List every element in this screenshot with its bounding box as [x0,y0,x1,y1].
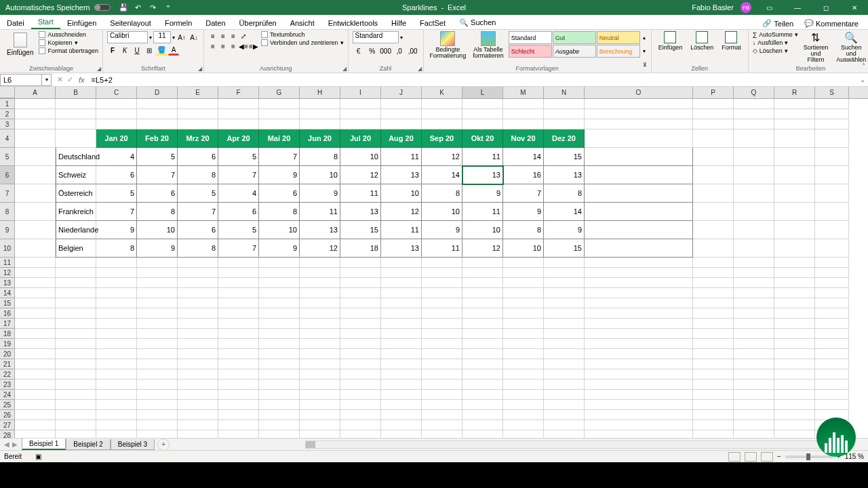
cell-J19[interactable] [381,339,422,349]
cell-L8[interactable]: 11 [462,203,503,221]
cell-J16[interactable] [381,308,422,319]
cell-N11[interactable] [544,258,585,268]
cell-D22[interactable] [137,369,178,380]
name-box[interactable]: L6 [0,74,42,86]
cell-L19[interactable] [462,339,503,349]
cell-S2[interactable] [815,109,849,119]
cell-L17[interactable] [462,319,503,329]
cell-J8[interactable]: 12 [381,203,422,221]
cell-S24[interactable] [815,390,849,400]
cell-J26[interactable] [381,410,422,420]
column-header-O[interactable]: O [585,87,693,98]
cell-L13[interactable] [462,278,503,288]
cell-D15[interactable] [137,298,178,308]
cell-E8[interactable]: 7 [178,203,218,221]
cell-I6[interactable]: 12 [340,166,381,184]
cell-L20[interactable] [462,349,503,359]
cell-G17[interactable] [259,319,300,329]
cell-P24[interactable] [693,390,734,400]
cell-R9[interactable] [774,221,815,239]
cell-N15[interactable] [544,298,585,308]
cell-S19[interactable] [815,339,849,349]
cell-N18[interactable] [544,329,585,339]
thousands-icon[interactable]: 000 [380,45,392,57]
cell-P5[interactable] [693,148,734,166]
cell-O23[interactable] [585,380,693,390]
cell-Q13[interactable] [734,278,774,288]
column-header-F[interactable]: F [218,87,259,98]
cell-E19[interactable] [178,339,218,349]
cell-E26[interactable] [178,410,218,420]
cell-H18[interactable] [300,329,340,339]
cell-H21[interactable] [300,359,340,369]
row-header-18[interactable]: 18 [0,329,15,339]
cell-O10[interactable] [585,239,693,258]
cell-M1[interactable] [503,99,544,109]
cell-M4[interactable]: Nov 20 [503,129,544,148]
cell-R20[interactable] [774,349,815,359]
cell-H11[interactable] [300,258,340,268]
align-left-icon[interactable]: ≡ [208,41,218,51]
increase-font-icon[interactable]: A↑ [176,32,187,43]
cell-M16[interactable] [503,308,544,319]
zoom-out-icon[interactable]: − [777,453,781,460]
cell-R14[interactable] [774,288,815,298]
cell-E25[interactable] [178,400,218,410]
cell-D9[interactable]: 10 [137,221,178,239]
cell-Q1[interactable] [734,99,774,109]
chevron-down-icon[interactable]: ▾ [400,35,403,41]
cell-R6[interactable] [774,166,815,184]
cell-J12[interactable] [381,268,422,278]
cell-M28[interactable] [503,430,544,438]
align-top-icon[interactable]: ≡ [208,31,218,41]
cell-Q8[interactable] [734,203,774,221]
cell-G8[interactable]: 8 [259,203,300,221]
cell-J20[interactable] [381,349,422,359]
cell-G21[interactable] [259,359,300,369]
name-box-dropdown[interactable]: ▾ [42,74,52,86]
cell-D25[interactable] [137,400,178,410]
cell-C23[interactable] [96,380,137,390]
cell-H2[interactable] [300,109,340,119]
row-header-1[interactable]: 1 [0,99,15,109]
cell-O8[interactable] [585,203,693,221]
cell-O22[interactable] [585,369,693,380]
cell-R28[interactable] [774,430,815,438]
cell-I20[interactable] [340,349,381,359]
cell-I21[interactable] [340,359,381,369]
cell-E5[interactable]: 6 [178,148,218,166]
cell-Q21[interactable] [734,359,774,369]
cell-G9[interactable]: 10 [259,221,300,239]
style-ausgabe[interactable]: Ausgabe [553,45,596,58]
cell-P26[interactable] [693,410,734,420]
tab-factset[interactable]: FactSet [413,17,452,29]
cell-K1[interactable] [422,99,462,109]
zoom-slider[interactable] [785,455,833,458]
cell-K20[interactable] [422,349,462,359]
cell-D24[interactable] [137,390,178,400]
cell-E10[interactable]: 8 [178,239,218,258]
indent-increase-icon[interactable]: ≡▶ [249,41,258,51]
cell-N2[interactable] [544,109,585,119]
cell-G1[interactable] [259,99,300,109]
cell-F25[interactable] [218,400,259,410]
cell-Q4[interactable] [734,129,774,148]
cell-J4[interactable]: Aug 20 [381,129,422,148]
cell-B1[interactable] [56,99,96,109]
dialog-launcher-icon[interactable]: ◢ [97,66,101,72]
cell-A21[interactable] [15,359,56,369]
cell-P18[interactable] [693,329,734,339]
cell-G25[interactable] [259,400,300,410]
cell-F20[interactable] [218,349,259,359]
cell-K14[interactable] [422,288,462,298]
cell-L10[interactable]: 12 [462,239,503,258]
cell-K7[interactable]: 8 [422,184,462,203]
cell-N14[interactable] [544,288,585,298]
cell-K5[interactable]: 12 [422,148,462,166]
column-header-I[interactable]: I [340,87,381,98]
cell-N26[interactable] [544,410,585,420]
sheet-nav-prev-icon[interactable]: ◀ [4,441,9,448]
cell-K4[interactable]: Sep 20 [422,129,462,148]
cell-C18[interactable] [96,329,137,339]
cell-S20[interactable] [815,349,849,359]
